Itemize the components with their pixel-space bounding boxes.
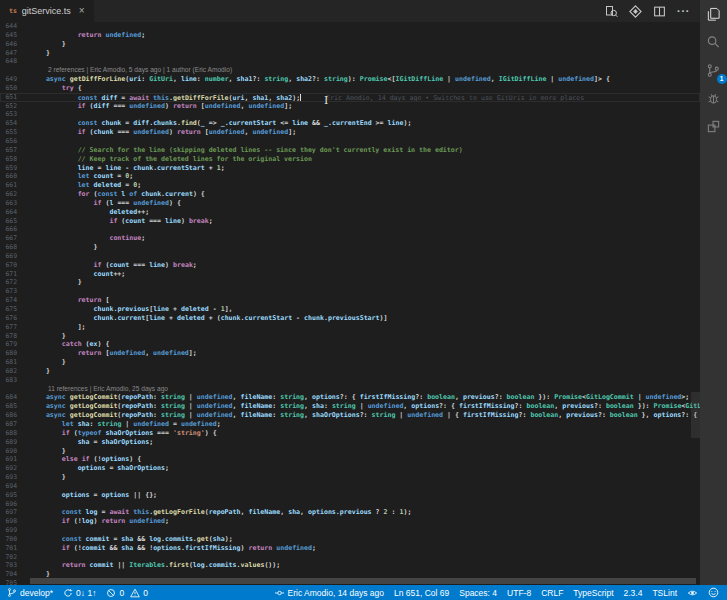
open-changes-icon[interactable] [605,5,618,18]
feedback-smiley-icon[interactable] [708,587,719,598]
line-number: 690 [0,447,17,456]
split-editor-icon[interactable] [653,5,666,18]
code-row[interactable]: 668 } [0,243,700,252]
code-row[interactable]: 675 chunk.previous[line + deleted - 1], [0,305,700,314]
git-branch-icon [7,587,17,598]
code-row[interactable]: 692 options = shaOrOptions; [0,464,700,473]
code-row[interactable]: 652 if (diff === undefined) return [unde… [0,102,700,111]
code-row[interactable]: 645 return undefined; [0,31,700,40]
code-row[interactable]: 689 sha = shaOrOptions; [0,438,700,447]
line-number: 701 [0,544,17,553]
codelens-row[interactable]: 11 references | Eric Amodio, 25 days ago [0,385,700,394]
code-row[interactable]: 685 async getLogCommit(repoPath: string … [0,402,700,411]
tab-gitservice[interactable]: ts gitService.ts × [0,0,94,22]
code-row[interactable]: 684 async getLogCommit(repoPath: string … [0,393,700,402]
close-tab-icon[interactable]: × [79,6,85,16]
code-row[interactable]: 700 const commit = sha && log.commits.ge… [0,535,700,544]
language-indicator[interactable]: TypeScript [573,588,613,598]
code-row[interactable]: 656 [0,137,700,146]
code-row[interactable]: 658 // Keep track of the deleted lines f… [0,155,700,164]
code-row[interactable]: 681 } [0,358,700,367]
code-row[interactable]: 677 ]; [0,323,700,332]
code-row[interactable]: 702 [0,553,700,562]
code-row[interactable]: 644 [0,22,700,31]
code-row[interactable]: 670 if (count === line) break; [0,261,700,270]
code-row[interactable]: 686 async getLogCommit(repoPath: string … [0,411,700,420]
sidebar-item-source-control[interactable]: 1 [703,63,725,81]
sidebar-item-search[interactable] [703,35,725,53]
line-number: 703 [0,561,17,570]
sync-indicator[interactable]: 0↓ 1↑ [63,588,96,598]
code-row[interactable]: 701 if (!commit && sha && !options.first… [0,544,700,553]
code-row[interactable]: 660 let count = 0; [0,172,700,181]
code-row[interactable]: 674 return [ [0,296,700,305]
problems-indicator[interactable]: 0 0 [106,588,147,598]
code-row[interactable]: 694 [0,482,700,491]
code-row[interactable]: 671 count++; [0,270,700,279]
code-row[interactable]: 673 [0,287,700,296]
eye-icon[interactable] [687,588,698,598]
vertical-scrollbar[interactable] [691,392,700,438]
code-row[interactable]: 683 [0,376,700,385]
codelens-row[interactable]: 2 references | Eric Amodio, 5 days ago |… [0,66,700,75]
code-row[interactable]: 664 deleted++; [0,208,700,217]
codelens-link[interactable]: 2 references | Eric Amodio, 5 days ago |… [48,66,232,73]
tslint-indicator[interactable]: TSLint [652,588,677,598]
sidebar-item-extensions[interactable] [703,119,725,137]
line-number: 648 [0,57,17,66]
code-row[interactable]: 654 const chunk = diff.chunks.find(_ => … [0,119,700,128]
code-row[interactable]: 662 for (const l of chunk.current) { [0,190,700,199]
code-row[interactable]: 667 continue; [0,234,700,243]
blame-indicator[interactable]: Eric Amodio, 14 days ago [274,588,384,598]
cursor-position[interactable]: Ln 651, Col 69 [394,588,449,598]
code-row[interactable]: 651 const diff = await this.getDiffForFi… [0,93,700,102]
code-row[interactable]: 649 async getDiffForLine(uri: GitUri, li… [0,75,700,84]
code-row[interactable]: 691 else if (!options) { [0,455,700,464]
code-row[interactable]: 695 options = options || {}; [0,491,700,500]
code-row[interactable]: 679 catch (ex) { [0,340,700,349]
code-row[interactable]: 682 } [0,367,700,376]
code-row[interactable]: 646 } [0,40,700,49]
code-row[interactable]: 687 let sha: string | undefined = undefi… [0,420,700,429]
encoding-indicator[interactable]: UTF-8 [507,588,531,598]
code-row[interactable]: 693 } [0,473,700,482]
code-row[interactable]: 655 if (chunk === undefined) return [und… [0,128,700,137]
code-row[interactable]: 676 chunk.current[line + deleted + (chun… [0,314,700,323]
code-row[interactable]: 650 try { [0,84,700,93]
code-row[interactable]: 666 [0,225,700,234]
code-row[interactable]: 697 const log = await this.getLogForFile… [0,508,700,517]
line-number: 654 [0,119,17,128]
code-row[interactable]: 696 [0,500,700,509]
code-row[interactable]: 648 [0,57,700,66]
gitlens-diamond-icon[interactable] [629,5,642,18]
indentation-indicator[interactable]: Spaces: 4 [459,588,497,598]
code-row[interactable]: 657 // Search for the line (skipping del… [0,146,700,155]
code-row[interactable]: 688 if (typeof shaOrOptions === 'string'… [0,429,700,438]
sidebar-item-debug[interactable] [703,91,725,109]
eol-indicator[interactable]: CRLF [541,588,563,598]
code-row[interactable]: 661 let deleted = 0; [0,181,700,190]
code-row[interactable]: 659 line = line - chunk.currentStart + 1… [0,164,700,173]
code-row[interactable]: 699 [0,526,700,535]
code-row[interactable]: 680 return [undefined, undefined]; [0,349,700,358]
sidebar-item-explorer[interactable] [703,7,725,25]
code-row[interactable]: 703 return commit || Iterables.first(log… [0,561,700,570]
codelens-link[interactable]: 11 references | Eric Amodio, 25 days ago [48,385,168,392]
more-actions-icon[interactable]: ··· [677,6,690,16]
code-row[interactable]: 663 if (l === undefined) { [0,199,700,208]
code-row[interactable]: 669 [0,252,700,261]
ts-version-indicator[interactable]: 2.3.4 [624,588,643,598]
code-editor[interactable]: 644645 return undefined;646 }647 }6482 r… [0,22,700,585]
code-row[interactable]: 653 [0,110,700,119]
horizontal-scrollbar[interactable] [30,578,696,584]
code-row[interactable]: 672 } [0,278,700,287]
code-row[interactable]: 678 } [0,332,700,341]
code-row[interactable]: 647 } [0,49,700,58]
line-number: 699 [0,526,17,535]
code-row[interactable]: 690 } [0,447,700,456]
code-row[interactable]: 665 if (count === line) break; [0,217,700,226]
branch-indicator[interactable]: develop* [7,587,53,598]
status-bar-right: Eric Amodio, 14 days ago Ln 651, Col 69 … [274,587,727,598]
code-row[interactable]: 698 if (!log) return undefined; [0,517,700,526]
line-number: 674 [0,296,17,305]
